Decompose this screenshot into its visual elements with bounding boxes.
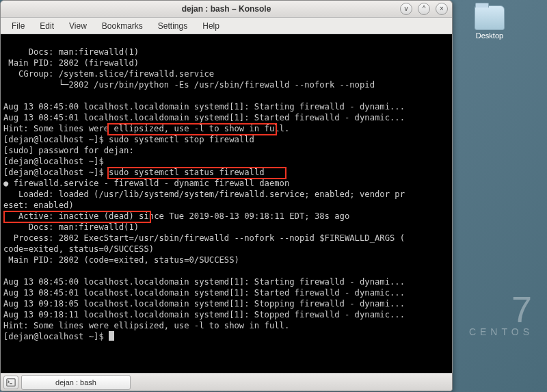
term-line: Hint: Some lines were ellipsized, use -l…: [3, 321, 289, 330]
shell-prompt: [dejan@localhost ~]$: [3, 157, 109, 166]
term-line: Aug 13 08:45:01 localhost.localdomain sy…: [3, 113, 405, 122]
term-line: Loaded: loaded (/usr/lib/systemd/system/…: [3, 190, 405, 199]
terminal-icon: [6, 378, 16, 387]
centos-watermark: 7 CENTOS: [469, 285, 533, 337]
maximize-button[interactable]: ^: [418, 3, 430, 15]
menu-settings[interactable]: Settings: [151, 19, 194, 33]
shell-prompt: [dejan@localhost ~]$: [3, 332, 109, 341]
term-line: Aug 13 08:45:00 localhost.localdomain sy…: [3, 102, 405, 112]
term-line: Main PID: 2802 (code=exited, status=0/SU…: [3, 255, 239, 265]
tab-current[interactable]: dejan : bash: [21, 375, 131, 390]
minimize-button[interactable]: v: [400, 3, 412, 15]
term-line: Docs: man:firewalld(1): [3, 47, 139, 57]
folder-icon: [475, 5, 505, 30]
cursor: [109, 331, 114, 341]
centos-name: CENTOS: [469, 326, 533, 337]
svg-rect-0: [7, 378, 15, 386]
centos-version: 7: [511, 289, 533, 330]
term-line: Hint: Some lines were ellipsized, use -l…: [3, 124, 289, 133]
menu-view[interactable]: View: [62, 19, 94, 33]
term-line: Process: 2802 ExecStart=/usr/sbin/firewa…: [3, 233, 405, 243]
window-title: dejan : bash – Konsole: [182, 4, 271, 14]
term-line: Aug 13 08:45:01 localhost.localdomain sy…: [3, 288, 405, 298]
tab-label: dejan : bash: [55, 378, 96, 387]
term-line: since Tue 2019-08-13 09:18:11 EDT; 38s a…: [134, 211, 350, 221]
close-button[interactable]: ×: [436, 3, 448, 15]
tabbar: dejan : bash: [1, 373, 452, 391]
term-line: [sudo] password for dejan:: [3, 146, 134, 155]
menu-edit[interactable]: Edit: [33, 19, 61, 33]
window-controls: v ^ ×: [400, 3, 448, 15]
term-line: Main PID: 2802 (firewalld): [3, 58, 139, 68]
konsole-window: dejan : bash – Konsole v ^ × File Edit V…: [0, 0, 453, 391]
terminal-output[interactable]: Docs: man:firewalld(1) Main PID: 2802 (f…: [1, 34, 452, 373]
menu-bookmarks[interactable]: Bookmarks: [95, 19, 150, 33]
command-text: sudo systemctl stop firewalld: [109, 135, 254, 144]
titlebar[interactable]: dejan : bash – Konsole v ^ ×: [1, 1, 452, 18]
menu-help[interactable]: Help: [196, 19, 226, 33]
term-line: Docs: man:firewalld(1): [3, 222, 139, 232]
term-line: Aug 13 08:45:00 localhost.localdomain sy…: [3, 277, 405, 287]
term-line: └─2802 /usr/bin/python -Es /usr/sbin/fir…: [3, 80, 375, 90]
command-text: sudo systemctl status firewalld: [109, 168, 264, 177]
term-line: CGroup: /system.slice/firewalld.service: [3, 69, 214, 79]
menu-file[interactable]: File: [5, 19, 31, 33]
new-tab-button[interactable]: [3, 376, 18, 389]
shell-prompt: [dejan@localhost ~]$: [3, 135, 109, 144]
term-line: eset: enabled): [3, 200, 74, 210]
term-line: ● firewalld.service - firewalld - dynami…: [3, 179, 289, 188]
term-line: code=exited, status=0/SUCCESS): [3, 244, 154, 254]
term-line: Aug 13 09:18:05 localhost.localdomain sy…: [3, 299, 405, 309]
shell-prompt: [dejan@localhost ~]$: [3, 168, 109, 177]
desktop-folder-label: Desktop: [459, 31, 520, 40]
menubar: File Edit View Bookmarks Settings Help: [1, 18, 452, 34]
term-line: Aug 13 09:18:11 localhost.localdomain sy…: [3, 310, 405, 319]
desktop-folder[interactable]: Desktop: [459, 5, 520, 40]
status-active: Active: inactive (dead): [3, 211, 134, 221]
